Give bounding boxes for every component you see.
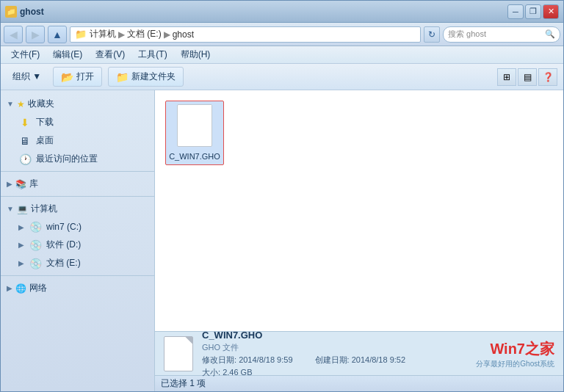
sidebar-item-recent-label: 最近访问的位置 xyxy=(36,153,98,165)
view-btn-2[interactable]: ▤ xyxy=(518,68,537,86)
sidebar-section-computer: ▼ 💻 计算机 ▶ 💿 win7 (C:) ▶ 💿 软件 (D:) ▶ 💿 xyxy=(1,200,154,272)
favorites-toggle: ▼ xyxy=(7,100,14,108)
view-btn-1[interactable]: ⊞ xyxy=(497,68,516,86)
back-button[interactable]: ◀ xyxy=(4,26,23,43)
file-info-row: 修改日期: 2014/8/18 9:59 创建日期: 2014/8/18 9:5… xyxy=(202,355,554,366)
close-button[interactable]: ✕ xyxy=(543,4,559,19)
title-bar-left: 📁 ghost xyxy=(5,6,44,18)
file-info-type: GHO 文件 xyxy=(202,342,554,353)
sidebar-item-win7c[interactable]: ▶ 💿 win7 (C:) xyxy=(1,218,154,236)
sidebar-item-win7c-label: win7 (C:) xyxy=(46,222,82,232)
status-text: 已选择 1 项 xyxy=(161,377,206,390)
divider-3 xyxy=(1,275,154,276)
sidebar-item-docs-label: 文档 (E:) xyxy=(46,257,81,269)
sidebar-item-software[interactable]: ▶ 💿 软件 (D:) xyxy=(1,236,154,254)
computer-toggle: ▼ xyxy=(7,205,14,213)
view-buttons: ⊞ ▤ ❓ xyxy=(497,68,557,86)
sidebar-header-network[interactable]: ▶ 🌐 网络 xyxy=(1,279,154,297)
main-area: ▼ ★ 收藏夹 ⬇ 下载 🖥 桌面 🕐 最近访问的位置 xyxy=(1,90,563,391)
size-label: 大小: 2.46 GB xyxy=(202,367,252,378)
sidebar-header-computer[interactable]: ▼ 💻 计算机 xyxy=(1,200,154,218)
file-area[interactable]: C_WIN7.GHO xyxy=(155,90,563,331)
search-bar[interactable]: 搜索 ghost 🔍 xyxy=(443,26,560,43)
sidebar-header-library[interactable]: ▶ 📚 库 xyxy=(1,175,154,193)
breadcrumb-sep1: ▶ xyxy=(118,29,125,40)
explorer-window: 📁 ghost ─ ❐ ✕ ◀ ▶ ▲ 📁 计算机 ▶ 文档 (E:) ▶ gh… xyxy=(0,0,564,392)
create-date: 2014/8/18 9:52 xyxy=(352,355,405,364)
address-bar-area: ◀ ▶ ▲ 📁 计算机 ▶ 文档 (E:) ▶ ghost ↻ 搜索 ghost… xyxy=(1,23,563,46)
software-toggle: ▶ xyxy=(18,241,24,249)
breadcrumb-bar[interactable]: 📁 计算机 ▶ 文档 (E:) ▶ ghost xyxy=(70,26,421,43)
sidebar-item-download-label: 下载 xyxy=(36,116,54,128)
computer-icon: 💻 xyxy=(17,204,28,214)
file-size: 2.46 GB xyxy=(223,368,252,377)
menu-tools[interactable]: 工具(T) xyxy=(132,47,173,62)
download-icon: ⬇ xyxy=(18,117,32,128)
refresh-button[interactable]: ↻ xyxy=(424,26,440,43)
file-info-icon xyxy=(164,336,193,371)
title-bar: 📁 ghost ─ ❐ ✕ xyxy=(1,1,563,23)
minimize-button[interactable]: ─ xyxy=(507,4,524,19)
computer-label: 计算机 xyxy=(31,203,57,215)
menu-edit[interactable]: 编辑(E) xyxy=(47,47,88,62)
organize-label: 组织 ▼ xyxy=(12,70,41,83)
open-icon: 📂 xyxy=(61,71,73,83)
file-info-bar: C_WIN7.GHO GHO 文件 修改日期: 2014/8/18 9:59 创… xyxy=(155,331,563,375)
favorites-label: 收藏夹 xyxy=(28,98,54,110)
menu-help[interactable]: 帮助(H) xyxy=(175,47,217,62)
sidebar-item-docs[interactable]: ▶ 💿 文档 (E:) xyxy=(1,254,154,272)
open-label: 打开 xyxy=(76,70,94,83)
drive-e-icon: 💿 xyxy=(29,258,42,269)
file-icon-wrapper xyxy=(173,104,217,148)
breadcrumb-computer[interactable]: 计算机 xyxy=(90,28,116,40)
breadcrumb-current[interactable]: ghost xyxy=(173,29,194,40)
modify-date: 2014/8/18 9:59 xyxy=(239,355,292,364)
sidebar-section-network: ▶ 🌐 网络 xyxy=(1,279,154,297)
view-btn-3[interactable]: ❓ xyxy=(538,68,557,86)
sidebar-section-library: ▶ 📚 库 xyxy=(1,175,154,193)
breadcrumb-drive[interactable]: 文档 (E:) xyxy=(127,28,162,40)
sidebar-item-recent[interactable]: 🕐 最近访问的位置 xyxy=(1,150,154,168)
divider-2 xyxy=(1,196,154,197)
file-item-gho[interactable]: C_WIN7.GHO xyxy=(165,101,224,165)
divider-1 xyxy=(1,171,154,172)
sidebar-item-download[interactable]: ⬇ 下载 xyxy=(1,113,154,131)
sidebar-item-software-label: 软件 (D:) xyxy=(46,239,81,251)
forward-button[interactable]: ▶ xyxy=(26,26,45,43)
breadcrumb-folder-icon: 📁 xyxy=(75,29,87,40)
menu-bar: 文件(F) 编辑(E) 查看(V) 工具(T) 帮助(H) xyxy=(1,46,563,64)
new-folder-button[interactable]: 📁 新建文件夹 xyxy=(108,67,184,87)
file-info-row2: 大小: 2.46 GB xyxy=(202,367,554,378)
sidebar-item-desktop-label: 桌面 xyxy=(36,134,54,147)
library-label: 库 xyxy=(29,178,38,190)
organize-button[interactable]: 组织 ▼ xyxy=(7,68,47,86)
restore-button[interactable]: ❐ xyxy=(525,4,541,19)
library-toggle: ▶ xyxy=(7,180,12,188)
search-placeholder: 搜索 ghost xyxy=(448,29,486,40)
menu-file[interactable]: 文件(F) xyxy=(5,47,46,62)
sidebar: ▼ ★ 收藏夹 ⬇ 下载 🖥 桌面 🕐 最近访问的位置 xyxy=(1,90,155,391)
desktop-icon: 🖥 xyxy=(18,135,32,147)
docs-toggle: ▶ xyxy=(18,259,24,267)
recent-icon: 🕐 xyxy=(18,153,32,165)
menu-view[interactable]: 查看(V) xyxy=(90,47,131,62)
search-icon: 🔍 xyxy=(545,29,555,39)
file-info-name: C_WIN7.GHO xyxy=(202,330,554,341)
network-icon: 🌐 xyxy=(15,283,26,294)
sidebar-header-favorites[interactable]: ▼ ★ 收藏夹 xyxy=(1,95,154,113)
modify-date-label: 修改日期: 2014/8/18 9:59 xyxy=(202,355,293,366)
network-label: 网络 xyxy=(29,282,47,294)
open-button[interactable]: 📂 打开 xyxy=(53,67,102,87)
breadcrumb-sep2: ▶ xyxy=(164,29,170,40)
window-icon: 📁 xyxy=(5,6,17,18)
sidebar-item-desktop[interactable]: 🖥 桌面 xyxy=(1,131,154,150)
window-title: ghost xyxy=(20,7,44,17)
file-doc-icon xyxy=(177,104,212,147)
network-toggle: ▶ xyxy=(7,284,12,292)
toolbar: 组织 ▼ 📂 打开 📁 新建文件夹 ⊞ ▤ ❓ xyxy=(1,64,563,90)
up-button[interactable]: ▲ xyxy=(48,26,67,43)
library-icon: 📚 xyxy=(15,179,26,189)
win7c-toggle: ▶ xyxy=(18,223,24,231)
new-folder-label: 新建文件夹 xyxy=(131,70,176,83)
file-name: C_WIN7.GHO xyxy=(169,151,220,161)
